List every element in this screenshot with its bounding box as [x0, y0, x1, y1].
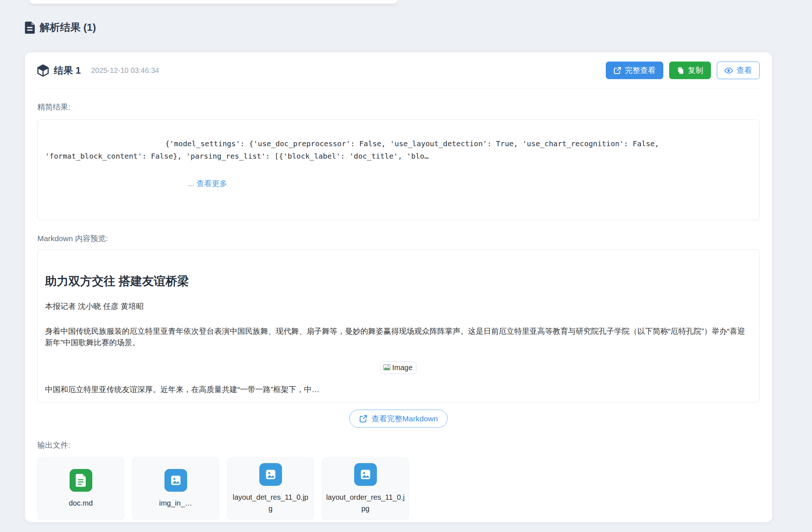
- file-image-icon: [164, 469, 187, 492]
- result-title: 结果 1: [54, 64, 81, 77]
- external-link-icon: [359, 415, 367, 423]
- markdown-preview-box: 助力双方交往 搭建友谊桥梁 本报记者 沈小晓 任彦 黄培昭 身着中国传统民族服装…: [37, 250, 760, 402]
- full-view-button[interactable]: 完整查看: [606, 62, 663, 79]
- file-name: img_in_…: [159, 498, 192, 509]
- output-files-label: 输出文件:: [37, 440, 760, 450]
- code-line-1: {'model_settings': {'use_doc_preprocesso…: [45, 137, 748, 150]
- file-image-icon: [354, 463, 377, 486]
- markdown-preview-label: Markdown 内容预览:: [37, 233, 760, 244]
- file-name: layout_det_res_11_0.jpg: [231, 492, 310, 514]
- condensed-result-label: 精简结果:: [37, 102, 760, 112]
- condensed-result-box: {'model_settings': {'use_doc_preprocesso…: [37, 119, 760, 220]
- code-line-2: 'format_block_content': False}, 'parsing…: [45, 150, 748, 162]
- copy-label: 复制: [688, 65, 703, 75]
- view-full-markdown-button[interactable]: 查看完整Markdown: [349, 410, 448, 428]
- upper-card-bottom-edge: [29, 0, 397, 4]
- copy-button[interactable]: 复制: [669, 62, 711, 79]
- file-card-img-in[interactable]: img_in_…: [132, 458, 219, 520]
- output-files-row: doc.md img_in_… layout_det_res_11_0.: [37, 458, 760, 520]
- file-document-icon: [70, 469, 92, 492]
- eye-icon: [724, 67, 733, 74]
- page-title: 解析结果 (1): [40, 21, 96, 34]
- cube-icon: [37, 64, 49, 77]
- document-icon: [25, 22, 35, 34]
- external-link-icon: [613, 67, 621, 74]
- file-card-layout-order[interactable]: layout_order_res_11_0.jpg: [322, 458, 409, 520]
- full-view-label: 完整查看: [625, 65, 656, 75]
- file-image-icon: [259, 463, 282, 486]
- view-button[interactable]: 查看: [717, 62, 760, 79]
- result-card-header: 结果 1 2025-12-10 03:46:34 完整查看: [37, 52, 760, 89]
- file-name: doc.md: [69, 498, 93, 509]
- file-card-layout-det[interactable]: layout_det_res_11_0.jpg: [227, 458, 314, 520]
- results-section-header: 解析结果 (1): [25, 21, 96, 34]
- copy-icon: [677, 67, 684, 74]
- result-card: 结果 1 2025-12-10 03:46:34 完整查看: [25, 52, 772, 522]
- broken-image-alt-text: Image: [392, 363, 413, 372]
- markdown-paragraph-2: 中国和厄立特里亚传统友谊深厚。近年来，在高质量共建“一带一路”框架下，中…: [45, 384, 752, 395]
- markdown-image-row: Image: [45, 361, 752, 374]
- broken-image-icon: [383, 364, 392, 371]
- markdown-article-title: 助力双方交往 搭建友谊桥梁: [45, 273, 752, 289]
- broken-image-placeholder: Image: [381, 361, 417, 374]
- markdown-paragraph-1: 身着中国传统民族服装的厄立特里亚青年依次登台表演中国民族舞、现代舞、扇子舞等，曼…: [45, 325, 752, 348]
- view-full-markdown-label: 查看完整Markdown: [372, 414, 438, 424]
- result-timestamp: 2025-12-10 03:46:34: [91, 66, 159, 75]
- file-card-doc-md[interactable]: doc.md: [37, 458, 124, 520]
- file-name: layout_order_res_11_0.jpg: [326, 492, 405, 514]
- see-more-link[interactable]: ... 查看更多: [45, 178, 748, 189]
- markdown-byline: 本报记者 沈小晓 任彦 黄培昭: [45, 301, 752, 311]
- view-label: 查看: [737, 65, 752, 75]
